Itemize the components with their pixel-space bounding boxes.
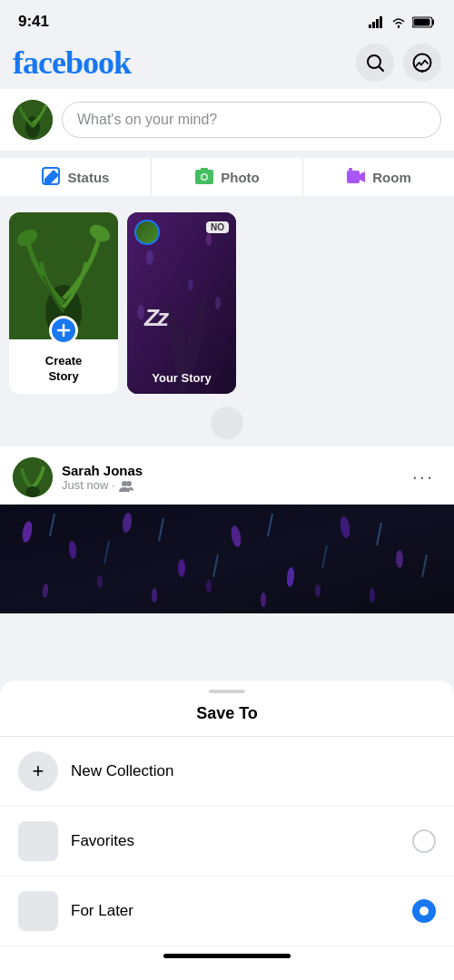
svg-rect-15 [201,168,208,172]
post-composer: What's on your mind? [0,89,454,158]
favorites-item[interactable]: Favorites [0,807,454,877]
svg-point-32 [25,486,40,497]
zzz-decoration: Zz [140,297,212,339]
radio-inner [419,906,429,916]
svg-rect-0 [369,24,371,28]
svg-text:Zz: Zz [143,304,170,331]
messenger-icon [412,53,432,73]
svg-point-55 [206,580,212,593]
save-to-sheet: Save To + New Collection Favorites For L… [0,681,454,980]
facebook-logo: facebook [13,44,131,82]
svg-point-57 [315,584,321,597]
create-story-bottom: CreateStory [9,339,118,394]
new-collection-item[interactable]: + New Collection [0,737,454,807]
post-meta: Sarah Jonas Just now · [62,463,405,492]
for-later-label: For Later [71,902,400,920]
svg-point-58 [370,588,375,603]
search-button[interactable] [356,44,394,82]
favorites-label: Favorites [71,832,400,850]
svg-rect-1 [372,22,375,28]
svg-rect-35 [0,505,454,613]
svg-rect-3 [380,16,382,28]
create-story-card[interactable]: CreateStory [9,212,118,394]
stories-section: CreateStory [0,203,454,403]
photo-button[interactable]: Photo [152,158,303,196]
app-header: facebook [0,40,454,89]
story-indicator-area [0,403,454,446]
sheet-handle [209,690,245,693]
your-story-label: Your Story [127,371,236,385]
photo-icon [194,167,214,187]
svg-point-26 [206,233,212,246]
post-card: Sarah Jonas Just now · ··· [0,446,454,621]
svg-point-25 [146,250,153,265]
svg-point-56 [261,593,266,607]
photo-label: Photo [221,170,260,185]
svg-point-34 [126,481,132,486]
status-icon [42,167,62,187]
svg-point-14 [202,175,207,180]
svg-point-29 [215,297,221,309]
sheet-title: Save To [0,704,454,737]
composer-input[interactable]: What's on your mind? [62,102,441,138]
new-collection-label: New Collection [71,762,436,780]
svg-rect-5 [414,18,430,25]
for-later-item[interactable]: For Later [0,877,454,946]
for-later-thumbnail [18,891,58,931]
for-later-radio[interactable] [412,899,436,923]
svg-point-39 [178,559,185,577]
signal-icon [369,16,385,28]
status-icons [369,16,436,28]
search-icon [365,53,385,73]
messenger-button[interactable] [403,44,441,82]
wifi-icon [390,16,407,28]
story-badge: NO [206,221,229,233]
favorites-thumbnail [18,821,58,861]
status-label: Status [68,170,110,185]
post-time: Just now · [62,478,405,492]
status-button[interactable]: Status [0,158,152,196]
svg-line-7 [380,67,384,72]
story-expand-dot [211,407,243,439]
svg-rect-17 [349,168,352,171]
post-author-name: Sarah Jonas [62,463,405,478]
svg-point-27 [188,279,193,290]
svg-point-53 [97,575,103,588]
action-bar: Status Photo Room [0,158,454,203]
more-options-button[interactable]: ··· [405,462,441,493]
svg-rect-2 [376,19,379,28]
post-image [0,505,454,613]
post-author-avatar [13,457,53,497]
svg-rect-16 [347,171,360,183]
new-collection-icon: + [18,751,58,791]
room-button[interactable]: Room [303,158,454,196]
post-header: Sarah Jonas Just now · ··· [0,446,454,505]
create-story-label: CreateStory [45,354,82,385]
home-indicator [163,954,291,958]
battery-icon [412,16,436,28]
header-actions [356,44,441,82]
svg-point-54 [152,588,157,603]
status-bar: 9:41 [0,0,454,40]
audience-icon [119,479,133,492]
svg-point-43 [396,550,403,568]
your-story-card[interactable]: NO Zz Your Story [127,212,236,394]
create-story-plus [49,316,78,345]
favorites-radio[interactable] [412,829,436,853]
user-avatar [13,100,53,140]
room-label: Room [372,170,411,185]
status-time: 9:41 [18,13,49,31]
room-icon [346,167,366,187]
story-avatar [134,220,160,245]
your-story-image: NO Zz [127,212,236,394]
